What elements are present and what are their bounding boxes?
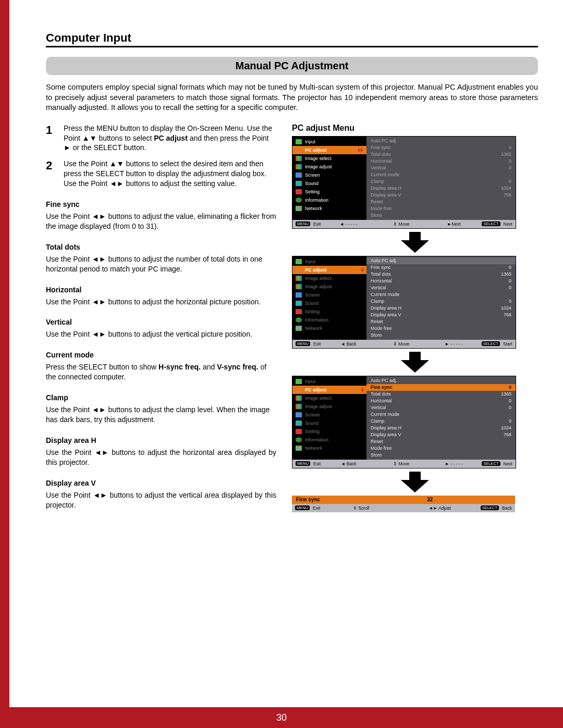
osd-item-reset[interactable]: Reset [371, 438, 511, 445]
menu-icon [296, 181, 302, 186]
osd-item-reset[interactable]: Reset [371, 318, 511, 325]
osd-item-display-area-v[interactable]: Display area V768 [371, 192, 511, 199]
osd-item-horizontal[interactable]: Horizontal0 [371, 158, 511, 165]
sidebar-item-input[interactable]: Input [292, 138, 366, 146]
osd-item-clamp[interactable]: Clamp0 [371, 178, 511, 185]
osd-item-vertical[interactable]: Vertical0 [371, 165, 511, 171]
menu-icon [296, 206, 302, 211]
osd-item-value: 0 [509, 278, 511, 283]
osd-item-value: 1365 [501, 152, 511, 157]
osd-item-display-area-h[interactable]: Display area H1024 [371, 425, 511, 431]
sidebar-item-pc-adjust[interactable]: PC adjust [292, 386, 366, 394]
osd-item-value: 768 [504, 432, 511, 437]
osd-item-vertical[interactable]: Vertical0 [371, 285, 511, 291]
menu-icon [296, 284, 302, 289]
sidebar-item-setting[interactable]: Setting [292, 307, 366, 316]
osd-item-store[interactable]: Store [371, 332, 511, 339]
sidebar-item-image-select[interactable]: Image select [292, 394, 366, 402]
menu-label: PC adjust [305, 387, 327, 392]
osd-item-clamp[interactable]: Clamp0 [371, 298, 511, 305]
step-2-number: 2 [46, 159, 56, 189]
sidebar-item-network[interactable]: Network [292, 444, 366, 452]
menu-label: Image adjust [305, 404, 332, 409]
osd-item-mode-free[interactable]: Mode free [371, 205, 511, 212]
menu-icon [296, 309, 302, 314]
param-text: Use the Point ◄► buttons to adjust the n… [46, 254, 276, 274]
osd-item-store[interactable]: Store [371, 452, 511, 459]
sidebar-item-setting[interactable]: Setting [292, 188, 366, 196]
param-text: Use the Point ◄► buttons to adjust the h… [46, 448, 276, 467]
menu-label: Image adjust [305, 284, 332, 289]
foot-seg: ►Next [429, 221, 479, 227]
sidebar-item-image-adjust[interactable]: Image adjust [292, 282, 366, 291]
osd-item-display-area-h[interactable]: Display area H1024 [371, 305, 511, 312]
select-badge: SELECT [482, 341, 500, 346]
menu-icon [296, 139, 302, 144]
exit-label: Exit [313, 341, 321, 347]
sidebar-item-input[interactable]: Input [292, 377, 366, 386]
param-title: Clamp [46, 393, 276, 402]
osd-item-horizontal[interactable]: Horizontal0 [371, 398, 511, 404]
osd-item-label: Vertical [371, 285, 386, 290]
osd-item-label: Auto PC adj. [371, 258, 397, 263]
sidebar-item-image-select[interactable]: Image select [292, 154, 366, 163]
osd-item-total-dots[interactable]: Total dots1365 [371, 151, 511, 158]
slider-footer: MENU Exit ⇕ Scroll ◄► Adjust SELECT Back [292, 504, 515, 512]
param-horizontal: Horizontal Use the Point ◄► buttons to a… [46, 286, 276, 307]
osd-item-mode-free[interactable]: Mode free [371, 325, 511, 332]
sidebar-item-setting[interactable]: Setting [292, 427, 366, 436]
osd-item-label: Display area H [371, 305, 401, 311]
sidebar-item-information[interactable]: Information [292, 316, 366, 324]
osd-item-display-area-v[interactable]: Display area V768 [371, 431, 511, 438]
step-2: 2 Use the Point ▲▼ buttons to select the… [46, 159, 276, 189]
sidebar-item-image-adjust[interactable]: Image adjust [292, 163, 366, 171]
osd-item-fine-sync[interactable]: Fine sync0 [371, 144, 511, 151]
osd-item-mode-free[interactable]: Mode free [371, 445, 511, 452]
sidebar-item-network[interactable]: Network [292, 324, 366, 332]
osd-item-clamp[interactable]: Clamp0 [371, 418, 511, 425]
sidebar-item-information[interactable]: Information [292, 436, 366, 444]
sidebar-item-image-adjust[interactable]: Image adjust [292, 402, 366, 411]
osd-item-fine-sync[interactable]: Fine sync0 [371, 264, 511, 271]
osd-item-label: Horizontal [371, 158, 392, 164]
osd-item-total-dots[interactable]: Total dots1365 [371, 391, 511, 398]
sidebar-item-screen[interactable]: Screen [292, 291, 366, 299]
osd-item-total-dots[interactable]: Total dots1365 [371, 271, 511, 278]
menu-label: Screen [305, 172, 320, 178]
sidebar-item-sound[interactable]: Sound [292, 299, 366, 307]
osd-item-current-mode[interactable]: Current mode [371, 171, 511, 178]
osd-item-value: 0 [509, 145, 511, 150]
osd-item-vertical[interactable]: Vertical0 [371, 404, 511, 411]
osd-item-auto-pc-adj.[interactable]: Auto PC adj. [371, 138, 511, 144]
sidebar-item-screen[interactable]: Screen [292, 171, 366, 179]
osd-item-label: Store [371, 452, 382, 458]
osd-item-auto-pc-adj.[interactable]: Auto PC adj. [366, 257, 516, 264]
param-title: Display area V [46, 479, 276, 487]
osd-item-reset[interactable]: Reset [371, 199, 511, 205]
osd-item-auto-pc-adj.[interactable]: Auto PC adj. [371, 377, 511, 384]
sidebar-item-image-select[interactable]: Image select [292, 274, 366, 282]
osd-item-current-mode[interactable]: Current mode [371, 411, 511, 418]
osd-item-horizontal[interactable]: Horizontal0 [371, 278, 511, 285]
sidebar-item-pc-adjust[interactable]: PC adjust [292, 146, 366, 154]
menu-icon [296, 387, 302, 392]
sidebar-item-information[interactable]: Information [292, 196, 366, 204]
menu-icon [296, 437, 302, 442]
sidebar-item-input[interactable]: Input [292, 257, 366, 266]
osd-item-fine-sync[interactable]: Fine sync0 [366, 384, 516, 391]
osd-item-label: Clamp [371, 299, 384, 304]
sidebar-item-pc-adjust[interactable]: PC adjust [292, 266, 366, 274]
sidebar-item-network[interactable]: Network [292, 204, 366, 213]
sidebar-item-screen[interactable]: Screen [292, 411, 366, 419]
sidebar-item-sound[interactable]: Sound [292, 419, 366, 427]
osd-item-display-area-h[interactable]: Display area H1024 [371, 185, 511, 192]
menu-icon [296, 267, 302, 273]
foot-seg: ⇕ Move [376, 341, 426, 347]
osd-item-current-mode[interactable]: Current mode [371, 291, 511, 298]
osd-item-label: Horizontal [371, 398, 392, 403]
osd-item-display-area-v[interactable]: Display area V768 [371, 312, 511, 318]
sidebar-item-sound[interactable]: Sound [292, 179, 366, 188]
menu-badge: MENU [296, 221, 310, 226]
osd-item-store[interactable]: Store [371, 212, 511, 219]
osd-item-label: Display area H [371, 186, 401, 191]
